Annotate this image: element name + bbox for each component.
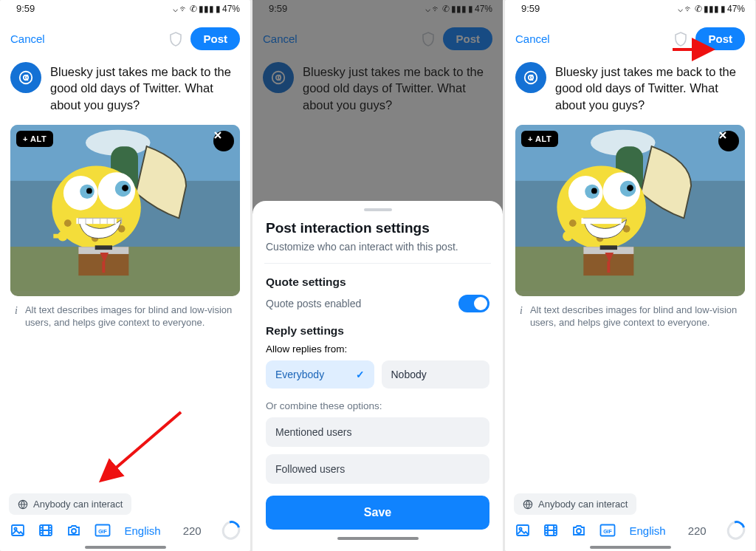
- wifi-icon: ᯤ: [179, 4, 188, 14]
- quote-toggle-label: Quote posts enabled: [266, 298, 361, 309]
- svg-point-13: [122, 185, 128, 191]
- attached-media[interactable]: + ALT: [10, 125, 240, 296]
- compose-toolbar: GIF English 220: [0, 519, 250, 546]
- interaction-settings-button[interactable]: Anybody can interact: [9, 493, 131, 515]
- camera-icon[interactable]: [66, 522, 81, 538]
- svg-text:GIF: GIF: [604, 529, 613, 534]
- compose-text[interactable]: Bluesky just takes me back to the good o…: [555, 62, 745, 113]
- svg-point-28: [72, 529, 76, 533]
- status-bar: 9:59 ⌵ ᯤ ✆ ▮▮▮ ▮ 47%: [0, 0, 250, 16]
- sheet-title: Post interaction settings: [266, 220, 489, 236]
- svg-rect-25: [12, 525, 24, 535]
- avatar: [515, 62, 546, 93]
- reply-option-nobody[interactable]: Nobody: [382, 360, 490, 389]
- svg-rect-17: [76, 218, 116, 224]
- image-icon[interactable]: [515, 522, 530, 538]
- svg-point-48: [569, 219, 577, 227]
- svg-point-14: [64, 219, 72, 227]
- battery-icon: ▮: [721, 4, 726, 14]
- bluetooth-icon: ⌵: [678, 4, 683, 14]
- reply-option-everybody[interactable]: Everybody ✓: [266, 360, 374, 389]
- info-icon: i: [520, 304, 523, 329]
- alt-help-text: Alt text describes images for blind and …: [530, 304, 738, 329]
- compose-toolbar: GIF English 220: [505, 519, 755, 546]
- info-icon: i: [15, 304, 18, 329]
- svg-rect-55: [607, 261, 610, 273]
- phone-icon: ✆: [190, 4, 197, 14]
- svg-rect-20: [95, 245, 112, 250]
- shield-icon[interactable]: [673, 32, 688, 47]
- allow-replies-label: Allow replies from:: [266, 343, 489, 355]
- cancel-button[interactable]: Cancel: [515, 32, 550, 45]
- svg-rect-23: [53, 234, 61, 239]
- svg-rect-58: [517, 525, 529, 535]
- interaction-label: Anybody can interact: [33, 499, 123, 510]
- remove-media-button[interactable]: [718, 131, 739, 151]
- status-bar: 9:59 ⌵ ᯤ ✆ ▮▮▮ ▮ 47%: [505, 0, 755, 16]
- divider: [264, 263, 491, 264]
- svg-rect-21: [102, 261, 105, 273]
- sheet-subtitle: Customize who can interact with this pos…: [266, 241, 489, 253]
- gif-icon[interactable]: GIF: [94, 522, 111, 538]
- svg-text:GIF: GIF: [99, 529, 108, 534]
- svg-point-11: [86, 188, 92, 194]
- home-indicator: [590, 546, 671, 549]
- globe-icon: [18, 499, 28, 510]
- avatar: [10, 62, 41, 93]
- combine-label: Or combine these options:: [266, 400, 489, 411]
- alt-help-text: Alt text describes images for blind and …: [25, 304, 233, 329]
- cancel-button[interactable]: Cancel: [10, 32, 45, 45]
- svg-rect-51: [581, 218, 621, 224]
- home-indicator: [337, 537, 419, 540]
- signal-icon: ▮▮▮: [704, 4, 719, 14]
- camera-icon[interactable]: [571, 522, 586, 538]
- interaction-settings-sheet: Post interaction settings Customize who …: [252, 201, 503, 551]
- svg-rect-54: [600, 245, 617, 250]
- post-button[interactable]: Post: [190, 27, 240, 50]
- reply-option-followed[interactable]: Followed users: [266, 454, 489, 484]
- status-icons: ⌵ ᯤ ✆ ▮▮▮ ▮ 47%: [173, 4, 240, 14]
- status-icons: ⌵ ᯤ ✆ ▮▮▮ ▮ 47%: [678, 4, 745, 14]
- language-button[interactable]: English: [124, 524, 160, 537]
- wifi-icon: ᯤ: [684, 4, 693, 14]
- alt-help: i Alt text describes images for blind an…: [0, 301, 250, 332]
- interaction-settings-button[interactable]: Anybody can interact: [514, 493, 636, 515]
- remove-media-button[interactable]: [213, 131, 234, 151]
- alt-badge[interactable]: + ALT: [521, 131, 558, 147]
- everybody-label: Everybody: [275, 369, 324, 380]
- compose-text[interactable]: Bluesky just takes me back to the good o…: [50, 62, 240, 113]
- char-count: 220: [183, 524, 202, 537]
- attached-media[interactable]: + ALT: [515, 125, 745, 296]
- gif-icon[interactable]: GIF: [599, 522, 616, 538]
- video-icon[interactable]: [38, 522, 53, 538]
- alt-badge[interactable]: + ALT: [16, 131, 53, 147]
- svg-point-45: [591, 188, 597, 194]
- sheet-grabber[interactable]: [364, 208, 392, 211]
- annotation-arrow-1: [96, 406, 185, 490]
- signal-icon: ▮▮▮: [199, 4, 214, 14]
- interaction-label: Anybody can interact: [538, 499, 628, 510]
- svg-point-61: [577, 529, 581, 533]
- quote-section-title: Quote settings: [266, 276, 489, 289]
- battery-pct: 47%: [222, 4, 240, 14]
- bluetooth-icon: ⌵: [173, 4, 178, 14]
- char-count: 220: [688, 524, 707, 537]
- svg-point-56: [563, 231, 573, 242]
- video-icon[interactable]: [543, 522, 558, 538]
- status-time: 9:59: [16, 3, 35, 14]
- char-ring: [724, 518, 749, 544]
- char-ring: [219, 518, 244, 544]
- post-button[interactable]: Post: [695, 27, 745, 50]
- status-time: 9:59: [521, 3, 540, 14]
- svg-point-47: [627, 185, 633, 191]
- quote-toggle[interactable]: [458, 295, 489, 312]
- save-button[interactable]: Save: [266, 496, 489, 530]
- reply-option-mentioned[interactable]: Mentioned users: [266, 417, 489, 447]
- battery-icon: ▮: [216, 4, 221, 14]
- battery-pct: 47%: [727, 4, 745, 14]
- language-button[interactable]: English: [629, 524, 665, 537]
- shield-icon[interactable]: [168, 32, 183, 47]
- svg-line-31: [103, 412, 181, 479]
- reply-section-title: Reply settings: [266, 324, 489, 338]
- image-icon[interactable]: [10, 522, 25, 538]
